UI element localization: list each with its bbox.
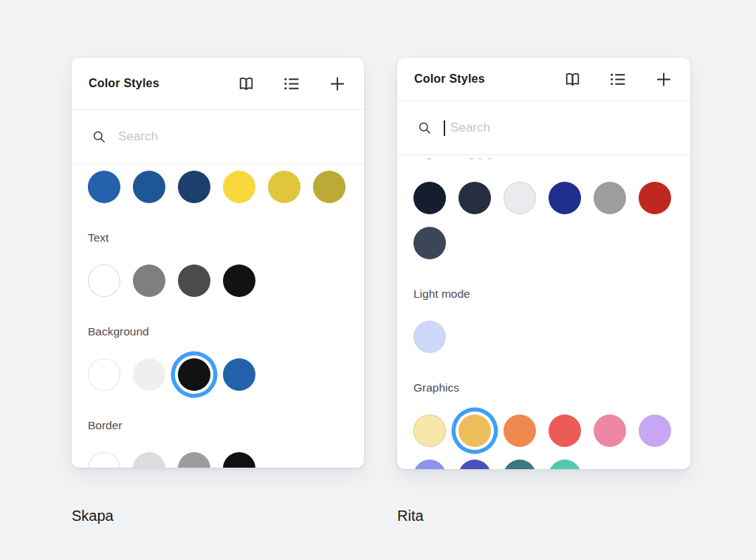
section-label: Graphics	[413, 380, 674, 395]
search-placeholder: Search	[450, 120, 490, 135]
color-swatch[interactable]	[313, 171, 346, 203]
list-view-icon[interactable]	[608, 69, 628, 89]
header-actions	[563, 69, 673, 89]
text-caret	[444, 120, 445, 136]
color-swatch[interactable]	[504, 414, 536, 447]
section-label: Background	[88, 324, 348, 339]
color-swatch[interactable]	[133, 264, 165, 297]
panel-caption: Skapa	[72, 508, 114, 525]
color-swatch[interactable]	[594, 414, 626, 447]
header-actions	[236, 74, 347, 93]
color-swatch[interactable]	[458, 460, 491, 469]
search-input[interactable]: Search	[397, 101, 690, 155]
panel-header: Color Styles	[72, 58, 364, 110]
add-style-icon[interactable]	[654, 69, 673, 89]
color-swatch[interactable]	[549, 182, 581, 214]
color-swatch[interactable]	[88, 452, 120, 468]
color-styles-panel-rita: Color Styles	[397, 58, 690, 469]
panel-header: Color Styles	[397, 58, 690, 101]
styles-list: TextBackgroundBorder	[72, 164, 364, 468]
swatch-row	[88, 171, 348, 203]
color-swatch[interactable]	[504, 460, 536, 469]
book-icon[interactable]	[563, 69, 582, 89]
color-swatch[interactable]	[413, 321, 446, 353]
section-label: Text	[88, 231, 348, 245]
color-swatch[interactable]	[178, 264, 210, 297]
color-swatch[interactable]	[223, 264, 255, 297]
search-placeholder: Search	[118, 129, 158, 144]
color-swatch-selected[interactable]	[178, 358, 210, 391]
book-icon[interactable]	[236, 74, 255, 93]
color-swatch[interactable]	[639, 182, 671, 214]
color-swatch[interactable]	[88, 358, 120, 391]
color-swatch[interactable]	[223, 452, 255, 468]
color-styles-panel-skapa: Color Styles	[72, 58, 364, 468]
panel-title: Color Styles	[414, 72, 485, 86]
color-swatch[interactable]	[178, 171, 210, 203]
swatch-row	[413, 414, 674, 469]
search-icon	[415, 118, 434, 137]
list-view-icon[interactable]	[282, 74, 301, 93]
color-swatch[interactable]	[178, 452, 210, 468]
color-swatch[interactable]	[549, 460, 581, 469]
color-swatch[interactable]	[549, 414, 581, 447]
color-swatch[interactable]	[268, 171, 300, 203]
color-swatch[interactable]	[133, 171, 165, 203]
search-input[interactable]: Search	[72, 110, 364, 164]
swatch-row	[88, 264, 348, 297]
color-swatch[interactable]	[458, 182, 491, 214]
color-swatch[interactable]	[88, 171, 120, 203]
color-swatch-selected[interactable]	[458, 414, 491, 447]
color-swatch[interactable]	[223, 358, 255, 391]
add-style-icon[interactable]	[328, 74, 347, 93]
swatch-row	[88, 452, 348, 468]
swatch-row	[413, 182, 674, 259]
color-swatch[interactable]	[88, 264, 120, 297]
color-swatch[interactable]	[133, 452, 165, 468]
color-swatch[interactable]	[413, 182, 446, 214]
color-swatch[interactable]	[504, 182, 536, 214]
swatch-row	[413, 321, 674, 353]
color-swatch[interactable]	[413, 227, 446, 259]
color-swatch[interactable]	[594, 182, 626, 214]
color-swatch[interactable]	[223, 171, 255, 203]
color-swatch[interactable]	[639, 414, 671, 447]
color-swatch[interactable]	[413, 414, 446, 447]
swatch-row	[88, 358, 348, 391]
section-label: Border	[88, 418, 348, 433]
section-label: Light mode	[413, 287, 674, 301]
panel-caption: Rita	[397, 508, 424, 525]
color-swatch[interactable]	[133, 358, 165, 391]
search-icon	[89, 127, 109, 146]
panel-title: Color Styles	[89, 77, 159, 90]
color-swatch[interactable]	[413, 460, 446, 469]
styles-list: Light modeGraphics	[397, 155, 690, 469]
